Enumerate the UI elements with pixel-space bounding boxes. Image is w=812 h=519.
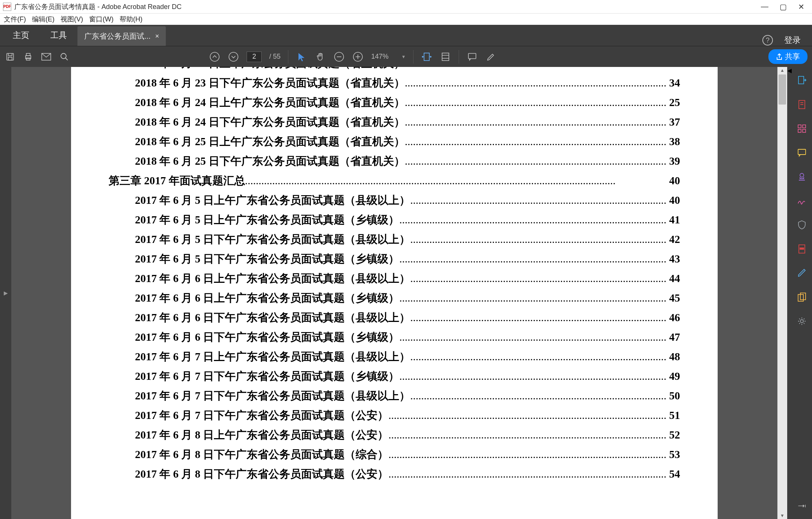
page-down-icon[interactable] (228, 51, 239, 62)
toc-row[interactable]: 2018 年 6 月 24 日上午广东公务员面试真题（省直机关） 25 (109, 93, 680, 112)
svg-point-7 (210, 52, 219, 61)
toc-row[interactable]: 2017 年 6 月 5 日上午广东省公务员面试真题（县级以上） 40 (109, 190, 680, 210)
toc-row[interactable]: 2018 年 6 月 24 日下午广东公务员面试真题（省直机关） 37 (109, 112, 680, 132)
window-title: 广东省公务员面试考情真题 - Adobe Acrobat Reader DC (14, 2, 182, 11)
toc-dots (399, 327, 667, 347)
email-icon[interactable] (41, 51, 52, 62)
close-button[interactable]: ✕ (798, 2, 804, 11)
vertical-scrollbar[interactable]: ▲ ▼ (777, 67, 787, 519)
toc-dots (410, 386, 667, 405)
toc-row[interactable]: 2018 年 6 月 23 日下午广东公务员面试真题（省直机关） 34 (109, 73, 680, 93)
toc-text: 2017 年 6 月 5 日下午广东省公务员面试真题（县级以上） (135, 229, 410, 249)
page-viewport[interactable]: 2018 年 6 月 23 日上午广东公务员面试真题（省直机关） 322018 … (11, 67, 777, 519)
toc-row[interactable]: 2017 年 6 月 7 日上午广东省公务员面试真题（县级以上） 48 (109, 347, 680, 366)
scroll-up-icon[interactable]: ▲ (777, 68, 787, 73)
svg-rect-13 (468, 53, 476, 59)
svg-rect-17 (803, 125, 806, 128)
cursor-icon[interactable] (296, 51, 307, 62)
search-icon[interactable] (59, 51, 70, 62)
combine-icon[interactable] (797, 292, 807, 302)
maximize-button[interactable]: ▢ (780, 2, 787, 11)
toc-row[interactable]: 2017 年 6 月 5 日下午广东省公务员面试真题（县级以上） 42 (109, 229, 680, 249)
toc-row[interactable]: 2017 年 6 月 6 日上午广东省公务员面试真题（县级以上） 44 (109, 269, 680, 288)
toc-page-number: 42 (667, 229, 680, 249)
left-panel-toggle[interactable]: ▶ (0, 67, 11, 519)
toc-row[interactable]: 2017 年 6 月 5 日上午广东省公务员面试真题（乡镇级） 41 (109, 210, 680, 229)
collapse-rail-icon[interactable]: ⭲ (798, 502, 806, 511)
toc-text: 2017 年 6 月 6 日下午广东省公务员面试真题（乡镇级） (135, 327, 399, 347)
toc-row[interactable]: 2018 年 6 月 25 日下午广东公务员面试真题（省直机关） 39 (109, 151, 680, 171)
toc-page-number: 32 (667, 67, 680, 73)
right-tool-rail: ⭲ (792, 67, 812, 519)
toc-row[interactable]: 2017 年 6 月 5 日下午广东省公务员面试真题（乡镇级） 43 (109, 249, 680, 269)
toc-row[interactable]: 2017 年 6 月 6 日上午广东省公务员面试真题（乡镇级） 45 (109, 288, 680, 308)
pdf-page: 2018 年 6 月 23 日上午广东公务员面试真题（省直机关） 322018 … (71, 67, 718, 519)
toc-page-number: 39 (667, 151, 680, 171)
toc-row[interactable]: 2017 年 6 月 8 日下午广东省公务员面试真题（公安） 54 (109, 464, 680, 484)
protect-icon[interactable] (797, 220, 807, 230)
svg-rect-4 (26, 58, 30, 60)
toc-page-number: 50 (667, 386, 680, 405)
toc-row[interactable]: 2017 年 6 月 6 日下午广东省公务员面试真题（乡镇级） 47 (109, 327, 680, 347)
sign-icon[interactable] (797, 196, 807, 206)
tab-close-icon[interactable]: × (155, 32, 159, 40)
hand-icon[interactable] (315, 51, 326, 62)
create-pdf-icon[interactable] (797, 99, 807, 110)
toc-row[interactable]: 2017 年 6 月 6 日下午广东省公务员面试真题（县级以上） 46 (109, 308, 680, 327)
edit-icon[interactable] (797, 268, 807, 278)
toc-row[interactable]: 2017 年 6 月 8 日上午广东省公务员面试真题（公安） 52 (109, 425, 680, 445)
menu-window[interactable]: 窗口(W) (88, 14, 115, 24)
tab-document[interactable]: 广东省公务员面试... × (77, 26, 166, 46)
toc-page-number: 53 (667, 445, 680, 464)
comment-icon[interactable] (467, 51, 478, 62)
zoom-out-icon[interactable] (333, 51, 345, 62)
toc-row[interactable]: 2017 年 6 月 7 日下午广东省公务员面试真题（乡镇级） 49 (109, 366, 680, 386)
toc-row[interactable]: 2017 年 6 月 7 日下午广东省公务员面试真题（县级以上） 50 (109, 386, 680, 405)
zoom-in-icon[interactable] (352, 51, 364, 62)
tabbar: 主页 工具 广东省公务员面试... × ? 登录 (0, 25, 812, 46)
page-number-input[interactable] (247, 52, 262, 62)
more-tools-icon[interactable] (797, 316, 807, 326)
svg-rect-16 (798, 125, 801, 128)
toc-dots (405, 151, 667, 171)
toc-row[interactable]: 2017 年 6 月 7 日下午广东省公务员面试真题（公安） 51 (109, 405, 680, 425)
svg-rect-18 (798, 129, 801, 132)
toc-row[interactable]: 第三章 2017 年面试真题汇总 40 (109, 171, 680, 190)
organize-icon[interactable] (797, 123, 807, 134)
toc-row[interactable]: 2018 年 6 月 25 日上午广东公务员面试真题（省直机关） 38 (109, 132, 680, 151)
fit-width-icon[interactable] (421, 51, 432, 62)
toc-dots (388, 405, 667, 425)
toc-page-number: 45 (667, 288, 680, 308)
login-button[interactable]: 登录 (784, 35, 801, 46)
tab-tools[interactable]: 工具 (40, 25, 77, 46)
menu-file[interactable]: 文件(F) (2, 14, 27, 24)
toc-text: 2017 年 6 月 6 日上午广东省公务员面试真题（县级以上） (135, 269, 410, 288)
scroll-thumb[interactable] (779, 74, 786, 105)
minimize-button[interactable]: — (761, 2, 768, 11)
print-icon[interactable] (23, 51, 34, 62)
zoom-dropdown-icon[interactable]: ▼ (401, 54, 406, 59)
right-panel-toggle[interactable]: ◀ (787, 67, 792, 519)
page-up-icon[interactable] (209, 51, 220, 62)
stamp-icon[interactable] (797, 171, 807, 182)
comment-rail-icon[interactable] (797, 147, 807, 158)
toc-page-number: 37 (667, 112, 680, 132)
toc-row[interactable]: 2018 年 6 月 23 日上午广东公务员面试真题（省直机关） 32 (109, 67, 680, 73)
menu-help[interactable]: 帮助(H) (118, 14, 144, 24)
export-pdf-icon[interactable] (797, 75, 807, 86)
fit-page-icon[interactable] (440, 51, 451, 62)
highlight-icon[interactable] (485, 51, 497, 62)
toc-text: 2017 年 6 月 8 日下午广东省公务员面试真题（公安） (135, 464, 388, 484)
save-icon[interactable] (5, 51, 16, 62)
menu-view[interactable]: 视图(V) (59, 14, 85, 24)
redact-icon[interactable] (797, 244, 807, 254)
tab-home[interactable]: 主页 (2, 25, 40, 46)
svg-rect-11 (424, 53, 429, 61)
share-button[interactable]: 共享 (768, 49, 807, 64)
scroll-down-icon[interactable]: ▼ (777, 513, 787, 518)
toc-page-number: 38 (667, 132, 680, 151)
menu-edit[interactable]: 编辑(E) (30, 14, 56, 24)
toc-row[interactable]: 2017 年 6 月 8 日下午广东省公务员面试真题（综合） 53 (109, 445, 680, 464)
help-icon[interactable]: ? (762, 35, 773, 46)
toc-page-number: 34 (667, 73, 680, 93)
